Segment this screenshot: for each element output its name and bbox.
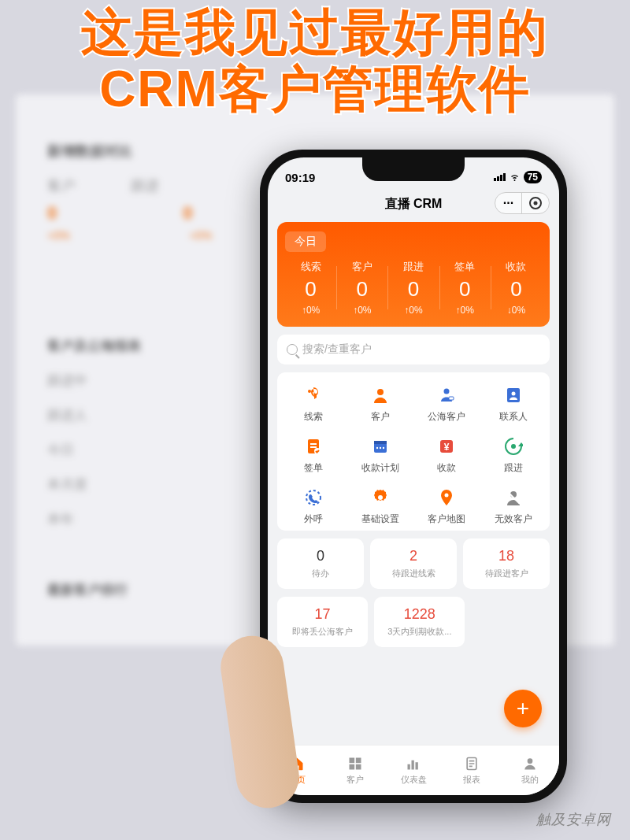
- metric-card-1[interactable]: 2 待跟进线索: [370, 538, 457, 589]
- grid-item-contact[interactable]: 联系人: [480, 383, 547, 424]
- grid-item-invalid[interactable]: 无效客户: [480, 486, 547, 526]
- stat-跟进[interactable]: 跟进 0 ↑0%: [387, 260, 439, 316]
- status-time: 09:19: [285, 171, 315, 184]
- grid-item-call[interactable]: 外呼: [280, 486, 347, 526]
- svg-point-26: [528, 758, 533, 764]
- title-bar: 直播 CRM ···: [268, 191, 559, 217]
- map-icon: [435, 486, 458, 509]
- search-placeholder: 搜索/查重客户: [302, 342, 372, 357]
- invalid-icon: [502, 486, 525, 509]
- svg-point-10: [376, 447, 378, 449]
- svg-rect-9: [374, 441, 387, 444]
- report-icon: [463, 755, 480, 772]
- money-icon: ¥: [435, 435, 458, 458]
- metric-card-4[interactable]: 1228 3天内到期收款...: [374, 597, 465, 647]
- wifi-icon: [509, 172, 521, 182]
- battery-badge: 75: [524, 171, 542, 183]
- metric-cards-row1: 0 待办 2 待跟进线索 18 待跟进客户: [277, 538, 550, 589]
- svg-rect-3: [449, 397, 454, 400]
- search-icon: [287, 344, 298, 355]
- svg-point-1: [377, 389, 384, 395]
- dash-icon: [405, 755, 422, 772]
- nav-me[interactable]: 我的: [501, 746, 559, 795]
- grid-item-money[interactable]: ¥ 收款: [413, 435, 480, 475]
- nav-report[interactable]: 报表: [443, 746, 501, 795]
- gear-icon: [369, 486, 392, 509]
- svg-rect-21: [350, 758, 355, 764]
- promo-caption: 这是我见过最好用的 CRM客户管理软件: [0, 5, 630, 117]
- svg-rect-23: [350, 764, 355, 770]
- grid-item-sea[interactable]: 公海客户: [413, 383, 480, 424]
- stat-客户[interactable]: 客户 0 ↑0%: [336, 260, 387, 316]
- order-icon: [302, 435, 325, 458]
- grid-icon: [346, 755, 364, 772]
- nav-dash[interactable]: 仪表盘: [384, 746, 443, 795]
- metric-card-0[interactable]: 0 待办: [277, 538, 364, 589]
- grid-item-order[interactable]: 签单: [280, 435, 347, 475]
- svg-point-2: [444, 389, 450, 394]
- capsule-close-icon[interactable]: [522, 193, 549, 213]
- today-chip[interactable]: 今日: [285, 231, 326, 252]
- grid-item-map[interactable]: 客户地图: [413, 486, 480, 526]
- lead-icon: [302, 383, 325, 407]
- grid-item-plan[interactable]: 收款计划: [347, 435, 414, 475]
- metric-card-2[interactable]: 18 待跟进客户: [463, 538, 550, 589]
- metric-cards-row2: 17 即将丢公海客户 1228 3天内到期收款...: [277, 597, 465, 647]
- sea-icon: [435, 383, 458, 407]
- follow-icon: [502, 435, 525, 458]
- me-icon: [521, 755, 539, 772]
- grid-item-lead[interactable]: 线索: [280, 383, 347, 424]
- phone-frame: 09:19 75 直播 CRM ··· 今日 线索 0 ↑0% 客户 0 ↑0%…: [260, 150, 567, 803]
- svg-rect-24: [356, 764, 361, 770]
- app-title: 直播 CRM: [385, 196, 443, 213]
- capsule-menu-icon[interactable]: ···: [495, 193, 522, 213]
- notch: [362, 157, 465, 181]
- stat-线索[interactable]: 线索 0 ↑0%: [285, 260, 336, 316]
- metric-card-3[interactable]: 17 即将丢公海客户: [277, 597, 368, 647]
- search-input[interactable]: 搜索/查重客户: [277, 335, 550, 364]
- contact-icon: [502, 383, 525, 407]
- svg-text:¥: ¥: [444, 442, 450, 453]
- customer-icon: [369, 383, 392, 407]
- today-stats-card: 今日 线索 0 ↑0% 客户 0 ↑0% 跟进 0 ↑0% 签单 0 ↑0% 收…: [277, 222, 550, 327]
- svg-point-15: [511, 444, 516, 449]
- signal-icon: [494, 173, 506, 181]
- call-icon: [302, 486, 325, 509]
- svg-point-0: [308, 390, 311, 393]
- feature-grid: 线索 客户 公海客户 联系人 签单 收款计划 ¥ 收款 跟进 外呼 基础设置 客…: [277, 372, 550, 531]
- svg-point-12: [383, 447, 384, 449]
- plan-icon: [369, 435, 392, 458]
- svg-rect-22: [356, 758, 361, 764]
- svg-point-17: [378, 495, 383, 500]
- stat-签单[interactable]: 签单 0 ↑0%: [439, 260, 491, 316]
- svg-point-18: [445, 494, 449, 498]
- miniprogram-capsule[interactable]: ···: [495, 192, 550, 214]
- watermark: 触及安卓网: [536, 810, 611, 829]
- grid-item-follow[interactable]: 跟进: [480, 435, 547, 475]
- svg-point-5: [511, 392, 515, 396]
- stat-收款[interactable]: 收款 0 ↓0%: [491, 260, 542, 316]
- grid-item-gear[interactable]: 基础设置: [347, 486, 414, 526]
- bottom-nav: 首页 客户 仪表盘 报表 我的: [268, 745, 559, 795]
- add-fab[interactable]: +: [504, 690, 542, 727]
- phone-screen: 09:19 75 直播 CRM ··· 今日 线索 0 ↑0% 客户 0 ↑0%…: [268, 157, 559, 795]
- svg-point-11: [380, 447, 381, 449]
- nav-grid[interactable]: 客户: [326, 746, 384, 795]
- grid-item-customer[interactable]: 客户: [347, 383, 414, 424]
